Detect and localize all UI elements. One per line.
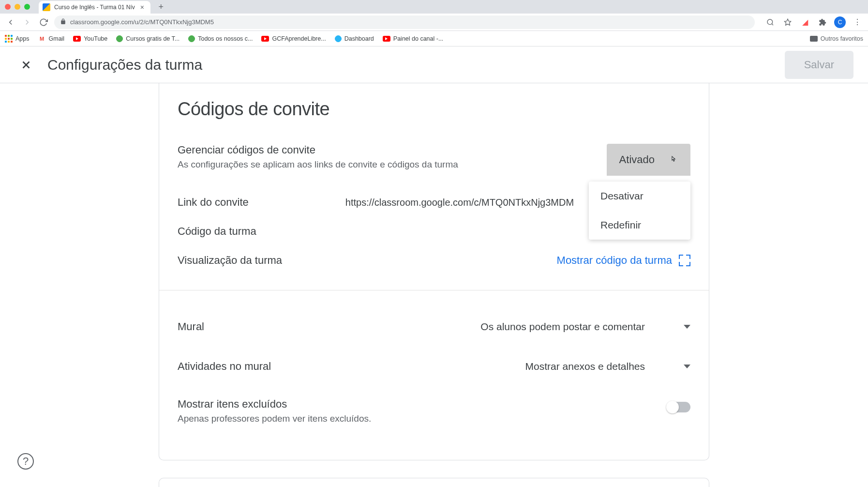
invite-link-label: Link do convite (178, 196, 249, 209)
zoom-icon[interactable] (764, 16, 776, 28)
tab-title: Curso de Inglês - Turma 01 Nív (54, 4, 135, 11)
bookmark-gcf[interactable]: GCFAprendeLibre... (261, 35, 326, 42)
row-activities: Atividades no mural Mostrar anexos e det… (178, 347, 690, 386)
url-bar[interactable]: classroom.google.com/u/2/c/MTQ0NTkxNjg3M… (54, 15, 755, 29)
bookmark-cursos[interactable]: Cursos gratis de T... (116, 35, 180, 42)
bookmark-apps[interactable]: Apps (5, 35, 30, 43)
manage-codes-label: Gerenciar códigos de convite (178, 144, 458, 156)
mural-value: Os alunos podem postar e comentar (480, 321, 645, 333)
svg-point-0 (767, 19, 773, 25)
apps-icon (5, 35, 13, 43)
window-maximize-button[interactable] (24, 4, 30, 10)
browser-toolbar: classroom.google.com/u/2/c/MTQ0NTkxNjg3M… (0, 14, 868, 31)
back-button[interactable] (5, 16, 16, 28)
bookmark-dashboard[interactable]: Dashboard (335, 35, 374, 42)
next-card-peek (159, 478, 709, 487)
globe-icon (188, 35, 195, 42)
invite-status-label: Ativado (619, 153, 655, 166)
menu-deactivate[interactable]: Desativar (589, 182, 690, 211)
class-view-label: Visualização da turma (178, 254, 282, 267)
row-class-view: Visualização da turma Mostrar código da … (178, 244, 690, 278)
profile-avatar[interactable]: C (834, 16, 846, 28)
activities-value: Mostrar anexos e detalhes (525, 361, 645, 372)
deleted-items-label: Mostrar itens excluídos (178, 398, 371, 411)
row-mural: Mural Os alunos podem postar e comentar (178, 307, 690, 347)
invite-status-menu: Desativar Redefinir (589, 182, 690, 240)
app-header: Configurações da turma Salvar (0, 46, 868, 83)
bookmark-gmail[interactable]: M Gmail (38, 35, 65, 42)
extension-icon[interactable]: ◢ (799, 16, 811, 28)
browser-chrome: Curso de Inglês - Turma 01 Nív × + class… (0, 0, 868, 46)
bookmark-youtube[interactable]: YouTube (73, 35, 107, 42)
fullscreen-icon (679, 255, 690, 266)
content-area: Códigos de convite Gerenciar códigos de … (0, 83, 868, 487)
section-divider (159, 290, 709, 290)
window-close-button[interactable] (5, 4, 11, 10)
save-button[interactable]: Salvar (785, 51, 853, 79)
settings-card: Códigos de convite Gerenciar códigos de … (159, 83, 709, 460)
gmail-icon: M (38, 36, 46, 42)
other-bookmarks[interactable]: Outros favoritos (810, 35, 863, 42)
folder-icon (810, 36, 818, 42)
show-class-code-link[interactable]: Mostrar código da turma (557, 254, 690, 267)
menu-reset[interactable]: Redefinir (589, 211, 690, 240)
chevron-down-icon (684, 365, 690, 368)
reload-button[interactable] (38, 16, 49, 28)
mural-label: Mural (178, 320, 204, 333)
svg-line-1 (772, 24, 773, 25)
browser-tab[interactable]: Curso de Inglês - Turma 01 Nív × (39, 1, 150, 14)
new-tab-button[interactable]: + (154, 0, 168, 14)
invite-status-dropdown[interactable]: Ativado (607, 144, 690, 176)
svg-marker-2 (784, 19, 791, 25)
title-bar: Curso de Inglês - Turma 01 Nív × + (0, 0, 868, 14)
chevron-down-icon (684, 325, 690, 329)
invite-link-value: https://classroom.google.com/c/MTQ0NTkxN… (345, 197, 574, 208)
section-title-invite: Códigos de convite (178, 99, 690, 120)
mural-select[interactable]: Os alunos podem postar e comentar (480, 321, 690, 333)
class-code-label: Código da turma (178, 225, 256, 238)
activities-select[interactable]: Mostrar anexos e detalhes (525, 361, 690, 372)
row-manage-codes: Gerenciar códigos de convite As configur… (178, 137, 690, 183)
forward-button[interactable] (21, 16, 33, 28)
row-deleted-items: Mostrar itens excluídos Apenas professor… (178, 386, 690, 436)
window-minimize-button[interactable] (15, 4, 20, 10)
extensions-menu-icon[interactable] (817, 16, 828, 28)
bookmark-painel[interactable]: Painel do canal -... (383, 35, 444, 42)
bookmark-todos[interactable]: Todos os nossos c... (188, 35, 253, 42)
globe-icon (335, 35, 342, 42)
cursor-pointer-icon (669, 155, 678, 164)
youtube-icon (261, 36, 269, 42)
close-button[interactable] (15, 53, 38, 76)
star-icon[interactable] (782, 16, 793, 28)
lock-icon (60, 18, 66, 26)
page-title: Configurações da turma (47, 57, 202, 73)
youtube-icon (73, 36, 81, 42)
help-button[interactable]: ? (17, 453, 34, 470)
deleted-items-toggle[interactable] (667, 402, 690, 412)
window-controls (5, 4, 30, 10)
deleted-items-sub: Apenas professores podem ver itens exclu… (178, 413, 371, 424)
tab-favicon (43, 3, 50, 11)
bookmarks-bar: Apps M Gmail YouTube Cursos gratis de T.… (0, 31, 868, 46)
tab-close-button[interactable]: × (139, 4, 146, 11)
toggle-knob (666, 401, 679, 413)
manage-codes-sub: As configurações se aplicam aos links de… (178, 159, 458, 170)
browser-menu-icon[interactable]: ⋮ (852, 16, 863, 28)
activities-label: Atividades no mural (178, 360, 271, 373)
url-text: classroom.google.com/u/2/c/MTQ0NTkxNjg3M… (70, 18, 214, 26)
globe-icon (116, 35, 123, 42)
youtube-icon (383, 36, 390, 42)
